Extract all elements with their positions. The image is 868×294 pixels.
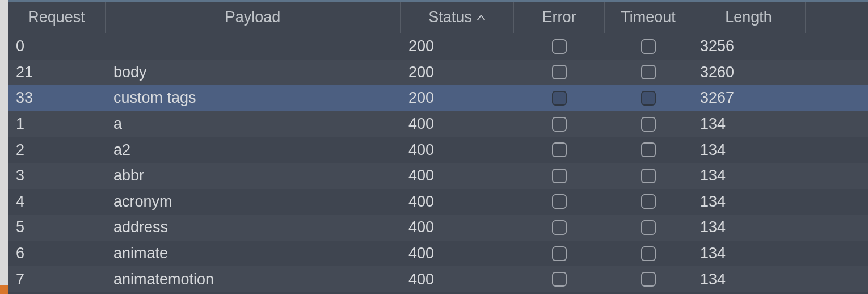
cell-request: 7 [8, 266, 106, 292]
column-header-status[interactable]: Status [401, 2, 514, 33]
cell-length: 3267 [692, 85, 806, 111]
table-row[interactable]: 3abbr400134 [8, 163, 868, 189]
cell-error-checkbox[interactable] [552, 117, 567, 132]
cell-request: 5 [8, 215, 106, 241]
cell-length: 134 [692, 266, 806, 292]
column-header-label: Status [428, 9, 472, 26]
cell-error-checkbox[interactable] [552, 91, 567, 106]
cell-timeout [605, 215, 692, 241]
cell-error-checkbox[interactable] [552, 272, 567, 287]
cell-timeout [605, 241, 692, 267]
cell-spacer [806, 163, 868, 189]
cell-status: 400 [401, 137, 514, 163]
cell-timeout-checkbox[interactable] [641, 220, 656, 235]
cell-error [514, 33, 605, 60]
cell-status: 400 [401, 266, 514, 292]
cell-payload: a [106, 111, 401, 137]
cell-timeout-checkbox[interactable] [641, 169, 656, 183]
table-row[interactable]: 2a2400134 [8, 137, 868, 163]
table-row[interactable]: 4acronym400134 [8, 189, 868, 215]
cell-status: 400 [401, 241, 514, 267]
table-header-row: Request Payload Status Error Timeout Len… [8, 2, 868, 33]
cell-request: 0 [8, 33, 106, 60]
cell-status: 400 [401, 215, 514, 241]
cell-error-checkbox[interactable] [552, 65, 567, 79]
cell-spacer [806, 137, 868, 163]
cell-request: 3 [8, 163, 106, 189]
cell-error [514, 163, 605, 189]
column-header-label: Payload [225, 9, 281, 26]
table-row[interactable]: 7animatemotion400134 [8, 266, 868, 292]
cell-error [514, 85, 605, 111]
cell-spacer [806, 111, 868, 137]
cell-spacer [806, 60, 868, 86]
cell-error-checkbox[interactable] [552, 246, 567, 261]
cell-payload: animate [106, 241, 401, 267]
column-header-label: Request [28, 9, 85, 26]
cell-timeout [605, 85, 692, 111]
cell-spacer [806, 33, 868, 60]
cell-error [514, 60, 605, 86]
cell-request: 21 [8, 60, 106, 86]
cell-timeout-checkbox[interactable] [641, 272, 656, 287]
cell-timeout [605, 266, 692, 292]
cell-timeout-checkbox[interactable] [641, 142, 656, 157]
cell-timeout [605, 163, 692, 189]
column-header-error[interactable]: Error [514, 2, 605, 33]
cell-timeout-checkbox[interactable] [641, 91, 656, 106]
table-row[interactable]: 02003256 [8, 33, 868, 60]
column-header-timeout[interactable]: Timeout [605, 2, 692, 33]
cell-spacer [806, 266, 868, 292]
cell-length: 134 [692, 163, 806, 189]
table-row[interactable]: 5address400134 [8, 215, 868, 241]
cell-payload: animatemotion [106, 266, 401, 292]
table-row[interactable]: 6animate400134 [8, 241, 868, 267]
cell-error [514, 111, 605, 137]
cell-payload [106, 33, 401, 60]
cell-error-checkbox[interactable] [552, 142, 567, 157]
cell-timeout-checkbox[interactable] [641, 117, 656, 132]
cell-error [514, 215, 605, 241]
column-header-label: Error [542, 9, 576, 26]
cell-length: 134 [692, 189, 806, 215]
cell-timeout-checkbox[interactable] [641, 246, 656, 261]
cell-spacer [806, 189, 868, 215]
cell-error-checkbox[interactable] [552, 39, 567, 54]
cell-payload: acronym [106, 189, 401, 215]
cell-request: 2 [8, 137, 106, 163]
table-row[interactable]: 33custom tags2003267 [8, 85, 868, 111]
cell-length: 3256 [692, 33, 806, 60]
column-header-length[interactable]: Length [692, 2, 806, 33]
cell-payload: custom tags [106, 85, 401, 111]
cell-payload: address [106, 215, 401, 241]
cell-spacer [806, 85, 868, 111]
cell-error [514, 266, 605, 292]
cell-timeout-checkbox[interactable] [641, 194, 656, 209]
cell-length: 134 [692, 215, 806, 241]
cell-request: 33 [8, 85, 106, 111]
cell-timeout [605, 111, 692, 137]
cell-spacer [806, 215, 868, 241]
cell-payload: abbr [106, 163, 401, 189]
cell-payload: a2 [106, 137, 401, 163]
cell-error-checkbox[interactable] [552, 194, 567, 209]
column-header-request[interactable]: Request [8, 2, 106, 33]
cell-timeout-checkbox[interactable] [641, 39, 656, 54]
cell-error-checkbox[interactable] [552, 220, 567, 235]
table-row[interactable]: 21body2003260 [8, 60, 868, 86]
cell-error-checkbox[interactable] [552, 169, 567, 183]
cell-timeout [605, 137, 692, 163]
cell-status: 200 [401, 33, 514, 60]
cell-payload: body [106, 60, 401, 86]
cell-length: 3260 [692, 60, 806, 86]
cell-timeout [605, 33, 692, 60]
cell-request: 6 [8, 241, 106, 267]
cell-status: 200 [401, 85, 514, 111]
cell-spacer [806, 241, 868, 267]
cell-length: 134 [692, 241, 806, 267]
column-header-label: Timeout [621, 9, 676, 26]
cell-timeout-checkbox[interactable] [641, 65, 656, 79]
cell-status: 400 [401, 163, 514, 189]
table-row[interactable]: 1a400134 [8, 111, 868, 137]
column-header-payload[interactable]: Payload [106, 2, 401, 33]
